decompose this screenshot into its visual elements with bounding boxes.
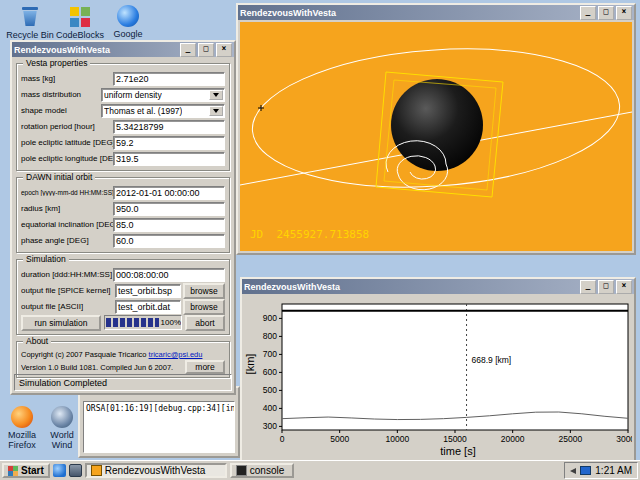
maximize-icon[interactable]: □ — [598, 280, 614, 294]
taskbar: Start RendezvousWithVesta console 1:21 A… — [0, 460, 640, 480]
network-icon[interactable] — [580, 466, 591, 475]
vesta-sphere — [391, 79, 483, 171]
field-row: output file [SPICE kernel] test_orbit.bs… — [21, 283, 225, 298]
maximize-icon[interactable]: □ — [598, 6, 614, 20]
start-button[interactable]: Start — [2, 463, 50, 478]
minimize-icon[interactable]: _ — [580, 6, 596, 20]
viewer-3d-canvas[interactable]: JD 2455927.713858 — [240, 22, 632, 251]
ascii-output-input[interactable]: test_orbit.dat — [115, 300, 181, 314]
svg-text:5000: 5000 — [330, 434, 349, 444]
field-row: rotation period [hour] 5.34218799 — [21, 119, 225, 134]
plot-window[interactable]: RendezvousWithVesta _ □ × [km] 300400500… — [240, 277, 636, 462]
progress-bar: 100% — [104, 315, 182, 330]
shape-model-select[interactable]: Thomas et al. (1997) — [101, 104, 225, 118]
svg-text:300: 300 — [263, 421, 277, 431]
field-row: shape model Thomas et al. (1997) — [21, 103, 225, 118]
minimize-icon[interactable]: _ — [580, 280, 596, 294]
version-line: Version 1.0 Build 1081. Compiled Jun 6 2… — [21, 360, 225, 374]
browse-ascii-button[interactable]: browse — [183, 299, 225, 315]
email-link[interactable]: tricaric@psi.edu — [149, 350, 203, 359]
status-text: Simulation Completed — [19, 378, 107, 388]
viewer-window[interactable]: RendezvousWithVesta _ □ × — [236, 3, 636, 255]
viewer-titlebar[interactable]: RendezvousWithVesta _ □ × — [238, 5, 634, 20]
icon-label: World Wind — [42, 430, 82, 450]
svg-text:25000: 25000 — [559, 434, 583, 444]
console-window[interactable]: ORSA[01:16:19][debug.cpp:34][initTimer] … — [78, 386, 240, 458]
progress-segments — [106, 318, 159, 327]
app-icon — [91, 465, 102, 476]
quicklaunch-desktop-icon[interactable] — [69, 464, 82, 477]
field-row: mass distribution uniform density — [21, 87, 225, 102]
desktop-icon-codeblocks[interactable]: CodeBlocks — [56, 4, 104, 40]
selected-value: Thomas et al. (1997) — [104, 106, 182, 116]
group-title: Simulation — [23, 254, 69, 264]
inclination-input[interactable]: 85.0 — [113, 218, 225, 232]
pole-longitude-input[interactable]: 319.5 — [113, 152, 225, 166]
field-row: pole ecliptic latitude [DEG] 59.2 — [21, 135, 225, 150]
dialog-status-bar: Simulation Completed — [14, 374, 232, 391]
pole-latitude-input[interactable]: 59.2 — [113, 136, 225, 150]
field-row: output file [ASCII] test_orbit.dat brows… — [21, 299, 225, 314]
field-row: phase angle [DEG] 60.0 — [21, 233, 225, 248]
field-row: pole ecliptic longitude [DEG] 319.5 — [21, 151, 225, 166]
console-output[interactable]: ORSA[01:16:19][debug.cpp:34][initTimer] … — [83, 401, 235, 453]
rotation-period-input[interactable]: 5.34218799 — [113, 120, 225, 134]
svg-text:15000: 15000 — [443, 434, 467, 444]
more-button[interactable]: more — [185, 360, 225, 374]
plot-titlebar[interactable]: RendezvousWithVesta _ □ × — [242, 279, 634, 294]
field-row: radius [km] 950.0 — [21, 201, 225, 216]
svg-text:30000: 30000 — [616, 434, 632, 444]
taskbar-task-rendezvous[interactable]: RendezvousWithVesta — [85, 463, 227, 478]
run-simulation-button[interactable]: run simulation — [21, 315, 101, 331]
close-icon[interactable]: × — [616, 6, 632, 20]
radius-label: radius [km] — [21, 204, 113, 213]
close-icon[interactable]: × — [216, 43, 232, 57]
spice-output-input[interactable]: test_orbit.bsp — [115, 284, 181, 298]
group-dawn-initial-orbit: DAWN initial orbit epoch [yyyy-mm-dd HH:… — [16, 177, 230, 253]
svg-text:500: 500 — [263, 385, 277, 395]
duration-label: duration [ddd:HH:MM:SS] — [21, 270, 113, 279]
mass-input[interactable]: 2.71e20 — [113, 72, 225, 86]
browse-spice-button[interactable]: browse — [183, 283, 225, 299]
console-log-line: ORSA[01:16:19][debug.cpp:34][initTimer] … — [84, 402, 234, 415]
svg-text:800: 800 — [263, 331, 277, 341]
epoch-input[interactable]: 2012-01-01 00:00:00 — [113, 186, 225, 200]
quicklaunch-browser-icon[interactable] — [53, 464, 66, 477]
desktop-icon-firefox[interactable]: Mozilla Firefox — [0, 406, 44, 450]
plot-canvas: [km] 30040050060070080090005000100001500… — [244, 296, 632, 458]
dropdown-arrow-icon[interactable] — [209, 106, 223, 116]
start-logo-icon — [8, 466, 18, 476]
pole-latitude-label: pole ecliptic latitude [DEG] — [21, 138, 113, 147]
vesta-properties-dialog[interactable]: RendezvousWithVesta _ □ × Vesta properti… — [10, 40, 236, 395]
codeblocks-icon — [68, 4, 92, 28]
start-label: Start — [21, 465, 44, 476]
dropdown-arrow-icon[interactable] — [209, 90, 223, 100]
window-title: RendezvousWithVesta — [14, 45, 178, 55]
close-icon[interactable]: × — [616, 280, 632, 294]
dialog-titlebar[interactable]: RendezvousWithVesta _ □ × — [12, 42, 234, 57]
svg-text:0: 0 — [280, 434, 285, 444]
duration-input[interactable]: 000:08:00:00 — [113, 268, 225, 282]
terminal-icon — [236, 465, 247, 476]
selected-value: uniform density — [104, 90, 162, 100]
desktop-icon-recycle-bin[interactable]: Recycle Bin — [6, 4, 54, 40]
field-row: equatorial inclination [DEG] 85.0 — [21, 217, 225, 232]
field-row: mass [kg] 2.71e20 — [21, 71, 225, 86]
rotation-period-label: rotation period [hour] — [21, 122, 113, 131]
maximize-icon[interactable]: □ — [198, 43, 214, 57]
radius-input[interactable]: 950.0 — [113, 202, 225, 216]
copyright-text: Copyright (c) 2007 Pasquale Tricarico — [21, 350, 149, 359]
group-vesta-properties: Vesta properties mass [kg] 2.71e20 mass … — [16, 63, 230, 171]
mass-distribution-select[interactable]: uniform density — [101, 88, 225, 102]
phase-angle-input[interactable]: 60.0 — [113, 234, 225, 248]
julian-date-label: JD 2455927.713858 — [250, 228, 369, 241]
desktop: Recycle Bin CodeBlocks Google Earth Mozi… — [0, 0, 640, 480]
desktop-icon-world-wind[interactable]: World Wind — [42, 406, 82, 450]
svg-text:10000: 10000 — [386, 434, 410, 444]
taskbar-task-console[interactable]: console — [230, 463, 294, 478]
field-row: duration [ddd:HH:MM:SS] 000:08:00:00 — [21, 267, 225, 282]
abort-button[interactable]: abort — [185, 315, 225, 331]
epoch-label: epoch [yyyy-mm-dd HH:MM:SS] [UTC] — [21, 189, 113, 196]
minimize-icon[interactable]: _ — [180, 43, 196, 57]
volume-icon[interactable] — [570, 468, 576, 474]
